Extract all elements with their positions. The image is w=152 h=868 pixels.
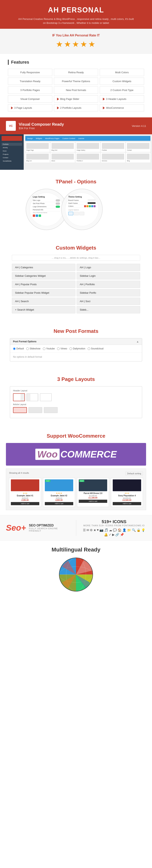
vc-title: Visual Composer Ready [19, 122, 64, 127]
globe-container [58, 557, 94, 592]
pf-radio-3[interactable]: Vimeo [57, 347, 67, 350]
icon-sym-17: ▶ [112, 533, 115, 536]
add-to-cart-3[interactable]: Add to cart [113, 502, 141, 505]
pf-radio-0[interactable]: Default [13, 347, 24, 350]
tpanel-right-circle: Theme Setting Brand Frame Dark Frame Col… [61, 189, 103, 230]
multilingual-title: Multilingual Ready [6, 547, 146, 553]
features-section: Features Fully ResponsiveRetina ReadyMul… [0, 54, 152, 117]
icon-sym-8: 💬 [113, 528, 117, 532]
feature-item-8: 2 Custom Post Type [100, 87, 144, 94]
icon-sym-19: 📌 [120, 533, 124, 536]
header-description: AH Personal Creative Resume & Blog WordP… [17, 17, 135, 25]
icon-sym-6: 🎵 [104, 528, 108, 532]
widget-item-4[interactable]: AH | Popular Posts [12, 281, 75, 288]
woo-product-3: ★★★ Sony Playstation 4 £4,500.00 £4,500.… [111, 477, 143, 507]
vc-icon: VC [6, 121, 16, 131]
icons-right: 519+ ICONS MORE THAN 519+ ICONS FROM FON… [82, 519, 146, 536]
pf-radio-1[interactable]: Slideshow [26, 347, 41, 350]
feature-item-4: Powerful Theme Options [54, 78, 98, 85]
vc-price: $34 For Free [19, 127, 64, 130]
widget-item-1[interactable]: AH | Logo [77, 264, 140, 271]
widget-item-11[interactable]: Sideb... [77, 306, 140, 313]
vc-text: Visual Composer Ready $34 For Free [19, 122, 64, 130]
feature-item-6: 3 Portfolio Pages [8, 87, 52, 94]
icon-sym-4: ♥ [97, 528, 99, 532]
sort-select[interactable]: Default sorting [125, 472, 143, 475]
post-formats-section: New Post Formats Post Format Options ▲ D… [0, 319, 152, 367]
showing-text: Showing all 4 results [9, 472, 29, 475]
post-format-radios: DefaultSlideshowYoutubeVimeoDailymotionS… [10, 345, 142, 352]
post-format-body: No options in default format [10, 352, 142, 361]
feature-item-0: Fully Responsive [8, 69, 52, 76]
header-layout-label: Header Layout [13, 390, 139, 392]
woo-grid: ★★★ Example Jaket #1 £195.00 £195.00 Add… [9, 477, 143, 507]
header-layout-row [13, 393, 139, 401]
screenshot-mock: Portfolio Activity Done Projects Contact… [0, 134, 152, 170]
layout-thumb-2[interactable] [26, 393, 38, 401]
icon-sym-3: ★ [93, 528, 96, 532]
feature-item-1: Retina Ready [54, 69, 98, 76]
woo-product-0: ★★★ Example Jaket #1 £195.00 £195.00 Add… [9, 477, 41, 507]
widget-item-0[interactable]: AH | Categories [12, 264, 75, 271]
post-format-header: Post Format Options ▲ [10, 338, 142, 345]
icon-sym-2: ⚙ [90, 528, 93, 532]
icons-count: 519+ ICONS [82, 519, 146, 524]
widget-item-5[interactable]: AH | Portfolio [77, 281, 140, 288]
icon-sym-11: 📁 [127, 528, 131, 532]
icons-subtitle: MORE THAN 519+ ICONS FROM FONTAWESOME.IO [82, 524, 146, 527]
add-to-cart-0[interactable]: Add to cart [11, 502, 39, 505]
header-section: AH PERSONAL AH Personal Creative Resume … [0, 0, 152, 29]
vertical-divider [76, 520, 76, 536]
woo-logo: WooCOMMERCE [12, 449, 140, 460]
widgets-section: Custom Widgets ... drag it a reu... ...d… [0, 236, 152, 319]
article-layout-row [13, 407, 139, 413]
icon-sym-0: ☰ [83, 528, 86, 532]
widgets-grid: AH | CategoriesAH | LogoSidebar Categori… [12, 264, 140, 313]
article-layout-label: Article Layout [13, 403, 139, 406]
header-thumb-1[interactable] [13, 407, 27, 413]
vc-left: VC Visual Composer Ready $34 For Free [6, 121, 64, 131]
feature-item-11: 3 Header Layouts [100, 95, 144, 103]
feature-item-14: WooCommerce [100, 104, 144, 112]
icon-sym-12: 🔍 [132, 528, 136, 532]
icon-sym-14: 💡 [141, 528, 145, 532]
pf-radio-2[interactable]: Youtube [43, 347, 55, 350]
seo-logo: Seo+ [6, 523, 26, 533]
header-thumb-2[interactable] [28, 407, 42, 413]
widget-item-8[interactable]: AH | Search [12, 298, 75, 305]
tpanel-circles: Logo Setting Site Logo Set Post Photo Lo… [6, 189, 146, 230]
widget-item-3[interactable]: Sidebar Login [77, 272, 140, 279]
icon-sym-18: 🔗 [115, 533, 119, 536]
widget-item-10[interactable]: + Search Widget [12, 306, 75, 313]
post-format-expand[interactable]: ▲ [136, 340, 139, 343]
multilingual-section: Multilingual Ready [0, 541, 152, 600]
post-format-box-title: Post Format Options [13, 340, 36, 343]
feature-item-13: 2 Portfolio Layouts [54, 104, 98, 112]
woo-product-2: Sale! Parrot AR.Drone 2.0 £1,235.00 £1,1… [77, 477, 109, 507]
vc-section: VC Visual Composer Ready $34 For Free Ve… [0, 117, 152, 134]
feature-item-5: Custom Widgets [100, 78, 144, 85]
seo-left: Seo+ SEO OPTIMIZED FULLY SEARCH ENGINE F… [6, 523, 70, 533]
add-to-cart-2[interactable]: Add to cart [79, 500, 107, 503]
icon-sym-13: 🔒 [136, 528, 141, 532]
layout-thumb-3[interactable] [40, 393, 52, 401]
widget-item-7[interactable]: Sidebar Portfo [77, 289, 140, 297]
layout-thumb-1[interactable] [13, 393, 25, 401]
pf-radio-5[interactable]: Soundcloud [87, 347, 103, 350]
stars-display: ★★★★★ [4, 39, 148, 49]
widget-item-6[interactable]: Sidebar Popular Posts Widget [12, 289, 75, 297]
seo-title: SEO OPTIMIZED [29, 524, 70, 527]
widget-item-9[interactable]: AH | Soci [77, 298, 140, 305]
tpanel-title: TPanel - Options [6, 172, 146, 189]
woo-product-1: Sale! ★★★★ Example Jaket #2 £195.00 £200… [43, 477, 75, 507]
widget-item-2[interactable]: Sidebar Categories Widget [12, 272, 75, 279]
pf-radio-4[interactable]: Dailymotion [70, 347, 85, 350]
icon-sym-16: ✓ [109, 533, 111, 536]
drag-hint: ... drag it a reu... ...delete do settin… [12, 255, 140, 261]
woo-title: Support WooCommerce [6, 426, 146, 443]
add-to-cart-1[interactable]: Add to cart [45, 502, 73, 505]
header-thumb-3[interactable] [44, 407, 58, 413]
icon-sym-9: 🏠 [118, 528, 122, 532]
seo-icons-section: Seo+ SEO OPTIMIZED FULLY SEARCH ENGINE F… [0, 515, 152, 541]
icon-sym-5: 📷 [100, 528, 103, 532]
